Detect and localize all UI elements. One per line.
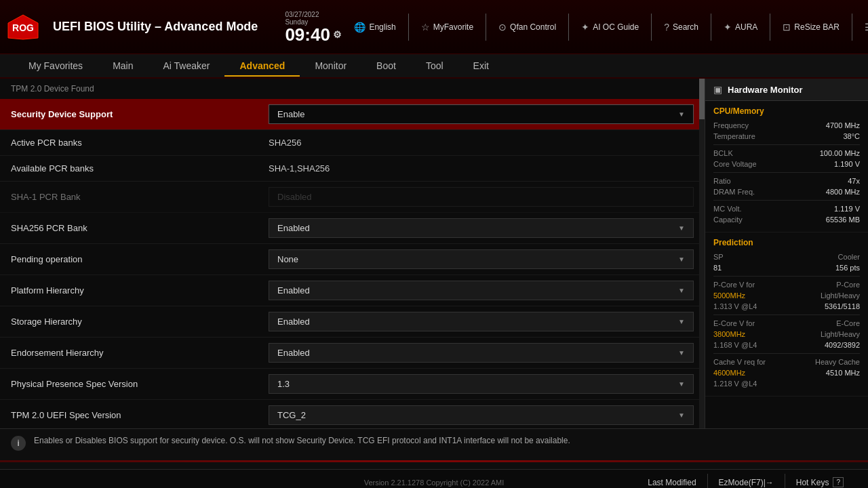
setting-label-physical-presence-spec: Physical Presence Spec Version [11, 379, 269, 389]
ez-mode-button[interactable]: EzMode(F7)|→ [708, 474, 785, 489]
hw-pcore-freq-value: 5000MHz [713, 291, 745, 300]
setting-row-tpm20-uefi-spec[interactable]: TPM 2.0 UEFI Spec Version TCG_2 ▼ [0, 400, 705, 428]
hw-ratio-label: Ratio [713, 177, 731, 185]
tpm20-uefi-dropdown[interactable]: TCG_2 ▼ [269, 405, 694, 425]
scrollbar[interactable] [699, 79, 705, 428]
tab-monitor[interactable]: Monitor [300, 56, 361, 75]
nav-memtest[interactable]: ☰ MemTest86 [865, 22, 868, 33]
hw-cache-freq-value: 4600MHz [713, 369, 745, 377]
hw-pcore-voltage-label: 1.313 V @L4 [713, 302, 757, 310]
setting-row-physical-presence-spec[interactable]: Physical Presence Spec Version 1.3 ▼ [0, 369, 705, 400]
security-device-support-value: Enable [277, 109, 304, 119]
platform-hierarchy-dropdown[interactable]: Enabled ▼ [269, 281, 694, 300]
nav-english[interactable]: 🌐 English [354, 22, 395, 33]
settings-panel: TPM 2.0 Device Found Security Device Sup… [0, 79, 705, 428]
settings-clock-icon[interactable]: ⚙ [333, 30, 342, 39]
hw-section-cpu-memory: CPU/Memory Frequency 4700 MHz Temperatur… [705, 101, 868, 232]
hw-ecore-voltage-row: 1.168 V @L4 4092/3892 [713, 341, 860, 349]
sha1-pcr-bank-input: Disabled [269, 187, 694, 207]
hw-divider-1 [713, 144, 860, 145]
tab-advanced[interactable]: Advanced [224, 56, 300, 75]
setting-label-pending-operation: Pending operation [11, 254, 269, 264]
rog-logo-icon: ROG [7, 14, 39, 41]
nav-divider-3 [568, 14, 569, 41]
hw-capacity-row: Capacity 65536 MB [713, 216, 860, 224]
footer-version: Version 2.21.1278 Copyright (C) 2022 AMI [364, 479, 505, 487]
setting-row-pending-operation[interactable]: Pending operation None ▼ [0, 244, 705, 275]
setting-value-sha256-pcr-bank: Enabled ▼ [269, 218, 694, 238]
setting-value-platform-hierarchy: Enabled ▼ [269, 281, 694, 300]
nav-divider-4 [651, 14, 652, 41]
setting-row-available-pcr-banks: Available PCR banks SHA-1,SHA256 [0, 156, 705, 182]
hw-heavy-cache-label: Heavy Cache [815, 358, 860, 366]
hw-sp-label: SP [713, 253, 724, 261]
setting-row-platform-hierarchy[interactable]: Platform Hierarchy Enabled ▼ [0, 275, 705, 306]
hw-ecore-voltage-label: 1.168 V @L4 [713, 341, 757, 349]
tpm20-dropdown-arrow-icon: ▼ [678, 411, 685, 419]
hw-frequency-label: Frequency [713, 121, 749, 129]
tab-tool[interactable]: Tool [411, 56, 458, 75]
header: ROG UEFI BIOS Utility – Advanced Mode 03… [0, 0, 868, 54]
setting-label-sha256-pcr-bank: SHA256 PCR Bank [11, 223, 269, 233]
setting-row-security-device-support[interactable]: Security Device Support Enable ▼ [0, 99, 705, 130]
security-device-support-dropdown[interactable]: Enable ▼ [269, 104, 694, 124]
tab-boot[interactable]: Boot [361, 56, 411, 75]
setting-value-endorsement-hierarchy: Enabled ▼ [269, 343, 694, 363]
pending-operation-dropdown[interactable]: None ▼ [269, 249, 694, 269]
setting-row-endorsement-hierarchy[interactable]: Endorsement Hierarchy Enabled ▼ [0, 338, 705, 369]
hw-mc-volt-value: 1.119 V [834, 205, 860, 213]
tab-favorites[interactable]: My Favorites [14, 56, 98, 75]
hw-cache-voltage-label: 1.218 V @L4 [713, 380, 757, 388]
hw-dram-freq-value: 4800 MHz [826, 188, 860, 196]
fan-icon: ⊙ [498, 22, 507, 33]
date-display: 03/27/2022 Sunday [285, 11, 332, 26]
storage-hierarchy-dropdown[interactable]: Enabled ▼ [269, 312, 694, 331]
hot-keys-button[interactable]: Hot Keys ? [785, 473, 854, 488]
footer-right: Last Modified EzMode(F7)|→ Hot Keys ? [637, 473, 854, 488]
hw-capacity-label: Capacity [713, 216, 743, 224]
hw-core-voltage-row: Core Voltage 1.190 V [713, 160, 860, 168]
tab-main[interactable]: Main [98, 56, 148, 75]
physical-presence-dropdown[interactable]: 1.3 ▼ [269, 374, 694, 394]
settings-list: TPM 2.0 Device Found Security Device Sup… [0, 79, 705, 428]
last-modified-button[interactable]: Last Modified [637, 474, 707, 489]
nav-myfavorite-label: MyFavorite [433, 22, 473, 32]
hw-prediction-title: Prediction [713, 238, 860, 247]
hw-cpu-memory-title: CPU/Memory [713, 106, 860, 116]
endorsement-hierarchy-dropdown[interactable]: Enabled ▼ [269, 343, 694, 363]
sha256-pcr-bank-dropdown[interactable]: Enabled ▼ [269, 218, 694, 238]
scrollbar-thumb[interactable] [699, 79, 705, 119]
pending-dropdown-arrow-icon: ▼ [678, 256, 685, 263]
ai-icon: ✦ [581, 22, 589, 33]
hw-temperature-label: Temperature [713, 132, 755, 140]
hw-dram-freq-label: DRAM Freq. [713, 188, 755, 196]
nav-qfan[interactable]: ⊙ Qfan Control [498, 22, 556, 33]
nav-aura[interactable]: ✦ AURA [724, 22, 757, 33]
setting-value-sha1-pcr-bank: Disabled [269, 187, 694, 207]
hw-divider-4 [713, 276, 860, 277]
hw-heavy-cache-value: 4510 MHz [826, 369, 860, 377]
storage-dropdown-arrow-icon: ▼ [678, 318, 685, 325]
setting-row-sha256-pcr-bank[interactable]: SHA256 PCR Bank Enabled ▼ [0, 213, 705, 244]
tab-exit[interactable]: Exit [458, 56, 504, 75]
hot-keys-icon: ? [833, 477, 844, 487]
nav-aioc[interactable]: ✦ AI OC Guide [581, 22, 639, 33]
hw-frequency-value: 4700 MHz [826, 121, 860, 129]
setting-label-endorsement-hierarchy: Endorsement Hierarchy [11, 348, 269, 358]
hw-pcore-voltage-row: 1.313 V @L4 5361/5118 [713, 302, 860, 310]
nav-search[interactable]: ? Search [664, 22, 698, 33]
setting-row-storage-hierarchy[interactable]: Storage Hierarchy Enabled ▼ [0, 306, 705, 338]
nav-myfavorite[interactable]: ☆ MyFavorite [421, 22, 473, 33]
nav-resizebar[interactable]: ⊡ ReSize BAR [783, 22, 840, 33]
hw-ratio-value: 47x [848, 177, 860, 185]
physical-dropdown-arrow-icon: ▼ [678, 380, 685, 388]
hw-monitor-title: Hardware Monitor [728, 85, 803, 95]
content-wrapper: TPM 2.0 Device Found Security Device Sup… [0, 79, 868, 428]
hw-cache-label-row: Cache V req for Heavy Cache [713, 358, 860, 366]
hw-ecore-lh-label: Light/Heavy [821, 330, 860, 338]
hw-bclk-value: 100.00 MHz [820, 149, 860, 157]
hw-cache-val-row: 4600MHz 4510 MHz [713, 369, 860, 377]
tab-aitweaker[interactable]: Ai Tweaker [148, 56, 224, 75]
nav-divider-1 [408, 14, 409, 41]
hw-cache-for-label: Cache V req for [713, 358, 766, 366]
